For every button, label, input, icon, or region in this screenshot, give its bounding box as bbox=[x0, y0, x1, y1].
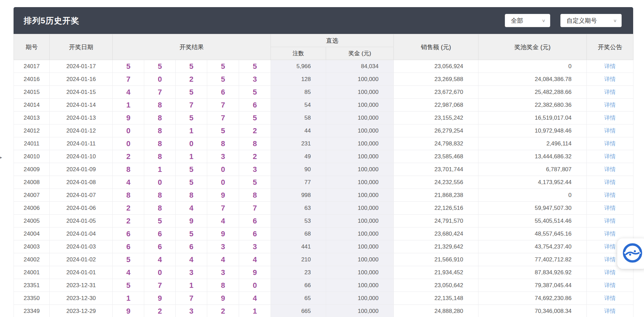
detail-link[interactable]: 详情 bbox=[604, 102, 616, 108]
results-header: 期号 开奖日期 开奖结果 直选 销售额 (元) 奖池奖金 (元) 开奖公告 注数… bbox=[14, 34, 634, 60]
result-digit: 5 bbox=[239, 112, 271, 124]
lottery-history-panel: 排列5历史开奖 全部 ∨ 自定义期号 ∨ 期号 开奖日期 开奖结果 直选 bbox=[14, 7, 633, 317]
pool-cell: 2,496,114 bbox=[478, 137, 587, 150]
prize-cell: 100,000 bbox=[326, 86, 394, 99]
result-digit: 4 bbox=[113, 86, 144, 99]
sales-cell: 23,701,744 bbox=[394, 163, 478, 176]
detail-link[interactable]: 详情 bbox=[604, 166, 616, 173]
prize-cell: 100,000 bbox=[326, 73, 394, 86]
date-cell: 2023-12-31 bbox=[50, 279, 113, 292]
issue-cell: 24016 bbox=[14, 73, 50, 86]
result-digit: 6 bbox=[144, 227, 176, 240]
pool-cell: 55,405,514.46 bbox=[478, 215, 587, 227]
pool-cell: 87,834,926.92 bbox=[478, 266, 587, 279]
detail-link[interactable]: 详情 bbox=[604, 231, 616, 237]
date-cell: 2024-01-05 bbox=[50, 215, 113, 227]
results-table: 期号 开奖日期 开奖结果 直选 销售额 (元) 奖池奖金 (元) 开奖公告 注数… bbox=[14, 34, 634, 317]
result-digit: 0 bbox=[113, 124, 144, 137]
result-digit: 3 bbox=[176, 305, 207, 317]
announcement-cell: 详情 bbox=[587, 305, 634, 317]
bets-cell: 665 bbox=[271, 305, 326, 317]
detail-link[interactable]: 详情 bbox=[604, 179, 616, 185]
draw-type-select[interactable]: 全部 ∨ bbox=[505, 14, 550, 27]
announcement-cell: 详情 bbox=[587, 292, 634, 305]
detail-link[interactable]: 详情 bbox=[604, 308, 616, 314]
prize-cell: 100,000 bbox=[326, 279, 394, 292]
col-header-sales: 销售额 (元) bbox=[394, 34, 478, 60]
table-row: 24002 2024-01-02 5 4 4 4 4 210 100,000 2… bbox=[14, 253, 634, 266]
result-digit: 7 bbox=[176, 99, 207, 112]
bets-cell: 66 bbox=[271, 279, 326, 292]
result-digit: 5 bbox=[176, 86, 207, 99]
table-row: 24004 2024-01-04 6 6 5 9 6 68 100,000 23… bbox=[14, 227, 634, 240]
result-digit: 8 bbox=[113, 189, 144, 202]
pool-cell: 74,692,230.86 bbox=[478, 292, 587, 305]
date-cell: 2024-01-04 bbox=[50, 227, 113, 240]
chevron-down-icon: ∨ bbox=[613, 18, 617, 23]
date-cell: 2024-01-16 bbox=[50, 73, 113, 86]
detail-link[interactable]: 详情 bbox=[604, 205, 616, 211]
result-digit: 7 bbox=[207, 99, 239, 112]
result-digit: 8 bbox=[239, 189, 271, 202]
result-digit: 4 bbox=[144, 253, 176, 266]
sales-cell: 22,987,068 bbox=[394, 99, 478, 112]
result-digit: 0 bbox=[176, 137, 207, 150]
result-digit: 6 bbox=[144, 240, 176, 253]
bets-cell: 44 bbox=[271, 124, 326, 137]
detail-link[interactable]: 详情 bbox=[604, 63, 616, 70]
detail-link[interactable]: 详情 bbox=[604, 269, 616, 276]
table-row: 23350 2023-12-30 1 9 7 9 4 65 100,000 22… bbox=[14, 292, 634, 305]
prize-cell: 100,000 bbox=[326, 189, 394, 202]
prize-cell: 100,000 bbox=[326, 215, 394, 227]
date-cell: 2024-01-15 bbox=[50, 86, 113, 99]
issue-range-select[interactable]: 自定义期号 ∨ bbox=[560, 14, 622, 27]
result-digit: 2 bbox=[113, 202, 144, 215]
prize-cell: 100,000 bbox=[326, 292, 394, 305]
detail-link[interactable]: 详情 bbox=[604, 127, 616, 134]
result-digit: 9 bbox=[207, 227, 239, 240]
result-digit: 8 bbox=[144, 137, 176, 150]
result-digit: 5 bbox=[239, 176, 271, 189]
issue-cell: 24009 bbox=[14, 163, 50, 176]
detail-link[interactable]: 详情 bbox=[604, 76, 616, 82]
pool-cell: 13,444,686.32 bbox=[478, 150, 587, 163]
detail-link[interactable]: 详情 bbox=[604, 295, 616, 301]
detail-link[interactable]: 详情 bbox=[604, 192, 616, 198]
pool-cell: 4,173,952.44 bbox=[478, 176, 587, 189]
result-digit: 1 bbox=[113, 99, 144, 112]
result-digit: 2 bbox=[113, 215, 144, 227]
result-digit: 7 bbox=[239, 202, 271, 215]
detail-link[interactable]: 详情 bbox=[604, 256, 616, 263]
sales-cell: 24,232,556 bbox=[394, 176, 478, 189]
prize-cell: 100,000 bbox=[326, 305, 394, 317]
bets-cell: 23 bbox=[271, 266, 326, 279]
pool-cell: 25,482,288.66 bbox=[478, 86, 587, 99]
pool-cell: 79,387,045.44 bbox=[478, 279, 587, 292]
pool-cell: 10,972,948.46 bbox=[478, 124, 587, 137]
issue-cell: 24012 bbox=[14, 124, 50, 137]
detail-link[interactable]: 详情 bbox=[604, 89, 616, 95]
prize-cell: 100,000 bbox=[326, 124, 394, 137]
pool-cell: 77,402,712.82 bbox=[478, 253, 587, 266]
results-body: 24017 2024-01-17 5 5 5 5 5 5,966 84,034 … bbox=[14, 60, 634, 317]
detail-link[interactable]: 详情 bbox=[604, 153, 616, 160]
date-cell: 2024-01-06 bbox=[50, 202, 113, 215]
service-widget[interactable] bbox=[617, 238, 644, 269]
detail-link[interactable]: 详情 bbox=[604, 243, 616, 250]
sales-cell: 26,279,254 bbox=[394, 124, 478, 137]
bets-cell: 63 bbox=[271, 202, 326, 215]
issue-cell: 24010 bbox=[14, 150, 50, 163]
detail-link[interactable]: 详情 bbox=[604, 218, 616, 224]
result-digit: 6 bbox=[239, 99, 271, 112]
col-header-prize: 奖金 (元) bbox=[326, 47, 394, 60]
prize-cell: 100,000 bbox=[326, 227, 394, 240]
detail-link[interactable]: 详情 bbox=[604, 282, 616, 289]
result-digit: 7 bbox=[144, 279, 176, 292]
sales-cell: 21,566,910 bbox=[394, 253, 478, 266]
bets-cell: 998 bbox=[271, 189, 326, 202]
issue-range-select-value: 自定义期号 bbox=[566, 17, 597, 25]
detail-link[interactable]: 详情 bbox=[604, 115, 616, 121]
sidebar-collapse-arrow[interactable]: ▸ bbox=[0, 155, 2, 159]
detail-link[interactable]: 详情 bbox=[604, 140, 616, 147]
date-cell: 2024-01-07 bbox=[50, 189, 113, 202]
